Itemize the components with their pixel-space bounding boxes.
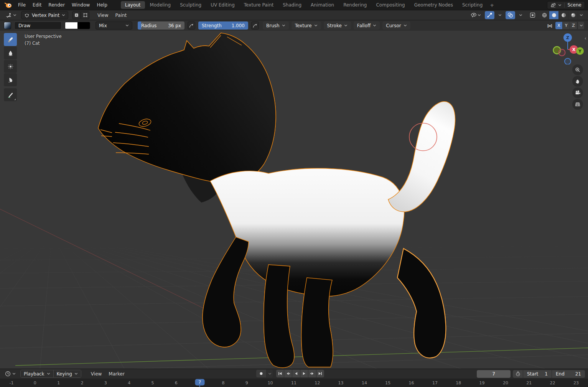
workspace-tab-rendering[interactable]: Rendering — [339, 1, 371, 9]
transport-jump-to-end[interactable] — [316, 370, 324, 377]
timeline-menu-view[interactable]: View — [87, 370, 105, 378]
workspace-tab-shading[interactable]: Shading — [278, 1, 306, 9]
popover-stroke[interactable]: Stroke — [324, 21, 351, 30]
workspace-tab-compositing[interactable]: Compositing — [372, 1, 409, 9]
transport-play-reverse[interactable] — [292, 370, 300, 377]
ruler-frame-10[interactable]: 10 — [268, 380, 273, 385]
ruler-frame-18[interactable]: 18 — [456, 380, 461, 385]
keying-menu[interactable]: Keying — [53, 370, 81, 377]
ruler-frame-23[interactable]: 23 — [573, 380, 579, 385]
workspace-tab-geometry-nodes[interactable]: Geometry Nodes — [410, 1, 457, 9]
face-mask-toggle[interactable] — [72, 11, 81, 19]
radius-slider[interactable]: Radius 36 px — [138, 21, 184, 30]
ruler-frame-0[interactable]: 0 — [34, 380, 36, 385]
editor-type-selector[interactable] — [4, 11, 18, 19]
vertex-mask-toggle[interactable] — [81, 11, 89, 19]
timeline-editor-type-selector[interactable] — [3, 370, 17, 378]
blend-mode-select[interactable]: Mix — [96, 21, 132, 30]
preview-range-button[interactable] — [513, 370, 523, 378]
ruler-frame-12[interactable]: 12 — [315, 380, 320, 385]
ruler-frame-17[interactable]: 17 — [432, 380, 438, 385]
shading-solid[interactable] — [549, 11, 558, 19]
menu-edit[interactable]: Edit — [29, 1, 45, 9]
timeline-ruler[interactable]: -101234567891011121314151617181920212223 — [0, 379, 588, 387]
viewport-menu-paint[interactable]: Paint — [112, 12, 130, 19]
end-frame-field[interactable]: End 21 — [552, 370, 585, 378]
tool-blur-tool[interactable] — [4, 46, 17, 59]
orthographic-toggle-button[interactable] — [572, 99, 583, 110]
mirror-axis-z[interactable]: Z — [570, 22, 577, 29]
shading-dropdown[interactable] — [578, 11, 584, 19]
show-overlays-dropdown[interactable] — [517, 11, 524, 19]
ruler-frame-6[interactable]: 6 — [175, 380, 178, 385]
strength-slider[interactable]: Strength 1.000 — [198, 21, 248, 30]
ruler-frame-9[interactable]: 9 — [245, 380, 248, 385]
workspace-tab-sculpting[interactable]: Sculpting — [176, 1, 206, 9]
sidebar-collapse-arrow[interactable]: ‹ — [585, 35, 586, 41]
workspace-tab-layout[interactable]: Layout — [121, 1, 145, 9]
tool-draw-brush[interactable] — [4, 33, 17, 46]
navigation-gizmo[interactable]: Z X Y — [550, 32, 585, 64]
ruler-frame-1[interactable]: 1 — [57, 380, 60, 385]
transport-previous-keyframe[interactable] — [284, 370, 292, 377]
menu-help[interactable]: Help — [93, 1, 110, 9]
start-frame-field[interactable]: Start 1 — [523, 370, 552, 378]
record-options-dropdown[interactable] — [267, 370, 273, 377]
ruler-frame-4[interactable]: 4 — [128, 380, 130, 385]
show-gizmos-dropdown[interactable] — [497, 11, 503, 19]
workspace-tab-modeling[interactable]: Modeling — [146, 1, 175, 9]
popover-texture[interactable]: Texture — [292, 21, 321, 30]
zoom-button[interactable] — [572, 64, 583, 75]
brush-name-field[interactable]: Draw — [14, 21, 62, 30]
popover-falloff[interactable]: Falloff — [354, 21, 380, 30]
tool-average-tool[interactable] — [4, 60, 17, 73]
ruler-frame-15[interactable]: 15 — [385, 380, 390, 385]
transport-play[interactable] — [300, 370, 308, 377]
workspace-tab-scripting[interactable]: Scripting — [458, 1, 487, 9]
workspace-tab-animation[interactable]: Animation — [306, 1, 338, 9]
tool-smear-tool[interactable] — [4, 73, 17, 86]
brush-preview-thumbnail[interactable] — [4, 22, 11, 29]
mirror-axis-y[interactable]: Y — [563, 22, 570, 29]
ruler-frame--1[interactable]: -1 — [10, 380, 14, 385]
ruler-frame-20[interactable]: 20 — [503, 380, 508, 385]
pan-button[interactable] — [572, 76, 583, 87]
popover-cursor[interactable]: Cursor — [382, 21, 410, 30]
ruler-frame-19[interactable]: 19 — [479, 380, 485, 385]
ruler-frame-22[interactable]: 22 — [550, 380, 555, 385]
scene-selector[interactable]: Scene — [547, 1, 585, 9]
transport-next-keyframe[interactable] — [308, 370, 316, 377]
popover-brush[interactable]: Brush — [263, 21, 289, 30]
ruler-frame-14[interactable]: 14 — [362, 380, 367, 385]
viewport-menu-view[interactable]: View — [94, 12, 112, 19]
primary-color-swatch[interactable] — [65, 22, 77, 29]
workspace-tab-uv-editing[interactable]: UV Editing — [206, 1, 239, 9]
ruler-frame-11[interactable]: 11 — [291, 380, 296, 385]
menu-window[interactable]: Window — [68, 1, 93, 9]
secondary-color-swatch[interactable] — [77, 22, 90, 29]
menu-render[interactable]: Render — [45, 1, 68, 9]
show-gizmos-toggle[interactable] — [485, 11, 494, 19]
blender-logo-icon[interactable] — [4, 2, 12, 8]
menu-file[interactable]: File — [15, 1, 29, 9]
tool-annotate-tool[interactable] — [4, 88, 17, 101]
playback-menu[interactable]: Playback — [21, 370, 53, 377]
ruler-frame-3[interactable]: 3 — [104, 380, 107, 385]
workspace-tab-texture-paint[interactable]: Texture Paint — [240, 1, 278, 9]
transport-jump-to-start[interactable] — [276, 370, 284, 377]
xray-toggle[interactable] — [528, 11, 537, 19]
auto-keyframe-record-button[interactable] — [256, 370, 266, 377]
ruler-frame-8[interactable]: 8 — [222, 380, 224, 385]
timeline-menu-marker[interactable]: Marker — [105, 370, 128, 378]
current-frame-field[interactable]: 7 — [477, 370, 511, 378]
ruler-frame-16[interactable]: 16 — [409, 380, 414, 385]
ruler-frame-2[interactable]: 2 — [81, 380, 83, 385]
mirror-axis-x[interactable]: X — [555, 22, 562, 29]
ruler-frame-21[interactable]: 21 — [526, 380, 532, 385]
symmetry-dropdown[interactable] — [578, 22, 584, 29]
shading-wireframe[interactable] — [540, 11, 549, 19]
mode-selector[interactable]: Vertex Paint — [21, 11, 68, 19]
shading-material-preview[interactable] — [559, 11, 568, 19]
radius-pressure-toggle[interactable] — [188, 21, 195, 30]
playhead[interactable]: 7 — [195, 379, 204, 385]
